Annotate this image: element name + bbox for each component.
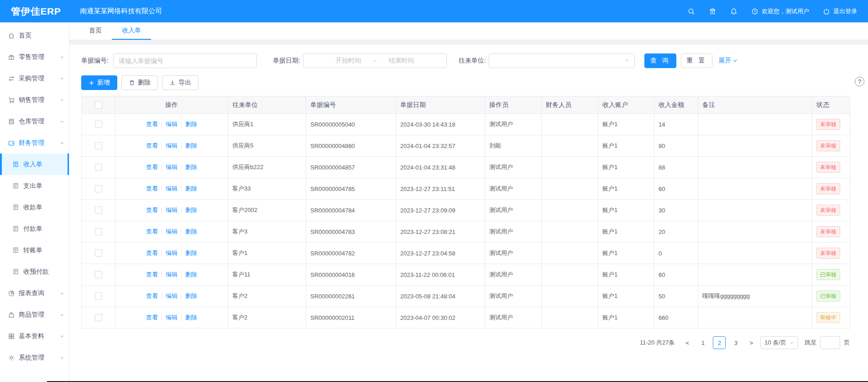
row-checkbox[interactable] — [95, 292, 102, 300]
delete-link[interactable]: 删除 — [182, 249, 201, 257]
edit-link[interactable]: 编辑 — [162, 163, 181, 171]
logout-button[interactable]: 退出登录 — [823, 7, 857, 16]
page-size-select[interactable]: 10 条/页 — [760, 336, 798, 349]
row-checkbox[interactable] — [95, 121, 102, 128]
notification-bell-icon[interactable] — [730, 8, 737, 15]
table-row: 查看编辑删除 供应商1 SR00000005040 2024-03-30 14:… — [82, 114, 850, 135]
query-button[interactable]: 查 询 — [644, 53, 676, 68]
row-checkbox[interactable] — [95, 185, 102, 192]
delete-link[interactable]: 删除 — [182, 313, 201, 322]
expand-link[interactable]: 展开 — [718, 57, 738, 65]
view-link[interactable]: 查看 — [142, 206, 162, 214]
help-icon[interactable]: ? — [855, 77, 864, 86]
select-all-checkbox[interactable] — [95, 101, 102, 109]
export-button[interactable]: 导出 — [162, 75, 199, 90]
sidebar-item-label: 收款单 — [23, 203, 42, 212]
jump-page-input[interactable] — [820, 336, 840, 349]
cell-remark — [698, 135, 812, 157]
sidebar-item-sales[interactable]: 销售管理 — [0, 89, 69, 111]
user-welcome[interactable]: 欢迎您，测试用户 — [751, 7, 809, 16]
sidebar-item-advance-payment[interactable]: 收预付款 — [0, 261, 69, 282]
row-checkbox[interactable] — [95, 207, 102, 214]
cell-bill-no: SR00000004860 — [306, 135, 396, 157]
delete-link[interactable]: 删除 — [182, 271, 201, 279]
edit-link[interactable]: 编辑 — [162, 228, 181, 236]
add-label: 新增 — [97, 79, 110, 87]
bill-no-input[interactable] — [113, 53, 257, 68]
view-link[interactable]: 查看 — [142, 313, 162, 322]
sidebar-item-warehouse[interactable]: 仓库管理 — [0, 111, 69, 132]
edit-link[interactable]: 编辑 — [162, 313, 181, 322]
sidebar-item-retail[interactable]: 零售管理 — [0, 46, 69, 68]
table-row: 查看编辑删除 客户3 SR00000004783 2023-12-27 23:0… — [82, 221, 850, 243]
reset-button[interactable]: 重 置 — [681, 53, 713, 68]
sidebar-item-finance[interactable]: 财务管理 — [0, 132, 69, 154]
sidebar-item-home[interactable]: 首页 — [0, 25, 69, 46]
prev-page-button[interactable]: < — [682, 336, 693, 349]
sidebar-item-label: 报表查询 — [19, 289, 44, 297]
sidebar-item-goods[interactable]: 商品管理 — [0, 304, 69, 325]
edit-link[interactable]: 编辑 — [162, 120, 181, 128]
date-range-picker[interactable]: 开始时间 ~ 结束时间 — [303, 53, 447, 68]
delete-link[interactable]: 删除 — [182, 206, 201, 214]
row-checkbox[interactable] — [95, 271, 102, 278]
row-checkbox[interactable] — [95, 249, 102, 257]
sidebar-item-payment-bill[interactable]: 付款单 — [0, 218, 69, 239]
row-checkbox[interactable] — [95, 142, 102, 149]
next-page-button[interactable]: > — [746, 336, 757, 349]
cell-remark — [698, 178, 812, 200]
wallet-icon — [8, 139, 15, 147]
cell-income-account: 账户1 — [598, 307, 654, 329]
delete-link[interactable]: 删除 — [182, 163, 201, 171]
delete-link[interactable]: 删除 — [182, 120, 201, 128]
view-link[interactable]: 查看 — [142, 163, 162, 171]
view-link[interactable]: 查看 — [142, 292, 162, 300]
view-link[interactable]: 查看 — [142, 271, 162, 279]
sidebar-item-income-bill[interactable]: 收入单 — [0, 154, 69, 175]
cell-partner: 供应商5 — [228, 135, 306, 157]
app-logo: 管伊佳ERP — [11, 5, 61, 18]
view-link[interactable]: 查看 — [142, 228, 162, 236]
view-link[interactable]: 查看 — [142, 142, 162, 150]
delete-link[interactable]: 删除 — [182, 292, 201, 300]
sidebar-item-label: 付款单 — [23, 225, 42, 233]
edit-link[interactable]: 编辑 — [162, 249, 181, 257]
cell-income-account: 账户1 — [598, 114, 654, 135]
cell-income-amount: 60 — [654, 178, 698, 200]
edit-link[interactable]: 编辑 — [162, 292, 181, 300]
sidebar-item-basic-data[interactable]: 基本资料 — [0, 325, 69, 347]
tab-income-bill[interactable]: 收入单 — [112, 22, 151, 40]
delete-link[interactable]: 删除 — [182, 185, 201, 193]
sidebar-item-transfer-bill[interactable]: 转账单 — [0, 239, 69, 261]
partner-select[interactable] — [489, 53, 635, 68]
row-checkbox[interactable] — [95, 164, 102, 171]
sidebar-item-receipt-bill[interactable]: 收款单 — [0, 196, 69, 218]
row-checkbox[interactable] — [95, 314, 102, 321]
edit-link[interactable]: 编辑 — [162, 271, 181, 279]
page-button-1[interactable]: 1 — [696, 336, 709, 349]
view-link[interactable]: 查看 — [142, 185, 162, 193]
delete-link[interactable]: 删除 — [182, 228, 201, 236]
export-label: 导出 — [178, 79, 191, 87]
sidebar-item-reports[interactable]: 报表查询 — [0, 282, 69, 304]
page-button-2-active[interactable]: 2 — [713, 336, 726, 349]
view-link[interactable]: 查看 — [142, 120, 162, 128]
cell-bill-date: 2023-12-27 23:08:21 — [396, 221, 485, 243]
edit-link[interactable]: 编辑 — [162, 142, 181, 150]
sidebar-item-purchase[interactable]: 采购管理 — [0, 68, 69, 89]
sidebar-item-system[interactable]: 系统管理 — [0, 347, 69, 368]
cell-income-account: 账户1 — [598, 200, 654, 221]
delete-link[interactable]: 删除 — [182, 142, 201, 150]
row-checkbox[interactable] — [95, 228, 102, 235]
tab-home[interactable]: 首页 — [79, 22, 112, 40]
view-link[interactable]: 查看 — [142, 249, 162, 257]
edit-link[interactable]: 编辑 — [162, 206, 181, 214]
sidebar-item-expense-bill[interactable]: 支出单 — [0, 175, 69, 196]
income-bill-table: 操作 往来单位 单据编号 单据日期 操作员 财务人员 收入账户 收入金额 备注 … — [81, 96, 850, 329]
bank-icon[interactable] — [709, 7, 716, 15]
page-button-3[interactable]: 3 — [729, 336, 742, 349]
edit-link[interactable]: 编辑 — [162, 185, 181, 193]
search-icon[interactable] — [688, 8, 695, 15]
add-button[interactable]: 新增 — [81, 75, 117, 90]
delete-button[interactable]: 删除 — [121, 75, 158, 90]
